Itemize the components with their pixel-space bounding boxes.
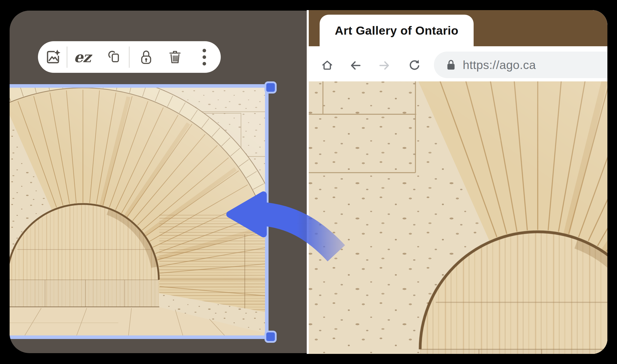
- effects-label: ez: [74, 49, 91, 66]
- toolbar-divider: [67, 47, 67, 68]
- address-bar[interactable]: https://ago.ca: [434, 52, 607, 78]
- padlock-icon: [446, 58, 456, 72]
- refresh-icon: [407, 59, 421, 72]
- kebab-menu-icon: [201, 47, 208, 67]
- home-icon: [321, 59, 334, 72]
- resize-handle-bottom-right[interactable]: [265, 331, 277, 343]
- tab-title: Art Gallery of Ontario: [335, 24, 458, 37]
- toolbar-divider: [129, 47, 129, 68]
- design-canvas-panel: ez: [10, 11, 307, 353]
- circle-square-copy-icon: [107, 50, 121, 64]
- forward-button[interactable]: [378, 59, 391, 72]
- stone-arch-photo-zoomed: [309, 81, 607, 354]
- lock-button[interactable]: [140, 49, 152, 65]
- more-options-button[interactable]: [201, 47, 208, 67]
- forward-arrow-icon: [378, 59, 391, 72]
- resize-handle-top-right[interactable]: [265, 81, 277, 94]
- image-sparkle-icon: [45, 49, 61, 65]
- back-button[interactable]: [349, 59, 362, 72]
- trash-icon: [168, 49, 182, 65]
- image-toolbar: ez: [38, 41, 221, 73]
- delete-button[interactable]: [168, 49, 182, 65]
- url-text: https://ago.ca: [463, 58, 536, 72]
- edit-image-button[interactable]: [45, 49, 61, 65]
- effects-button[interactable]: ez: [71, 47, 93, 67]
- lock-icon: [140, 49, 152, 65]
- browser-window: Art Gallery of Ontario: [307, 10, 607, 354]
- browser-tab[interactable]: Art Gallery of Ontario: [320, 15, 474, 46]
- webpage-image: [309, 81, 607, 354]
- screenshot-stage: ez: [0, 0, 617, 364]
- home-button[interactable]: [321, 59, 334, 72]
- selection-border: [10, 84, 269, 339]
- back-arrow-icon: [349, 59, 362, 72]
- refresh-button[interactable]: [407, 59, 421, 72]
- duplicate-button[interactable]: [107, 50, 121, 64]
